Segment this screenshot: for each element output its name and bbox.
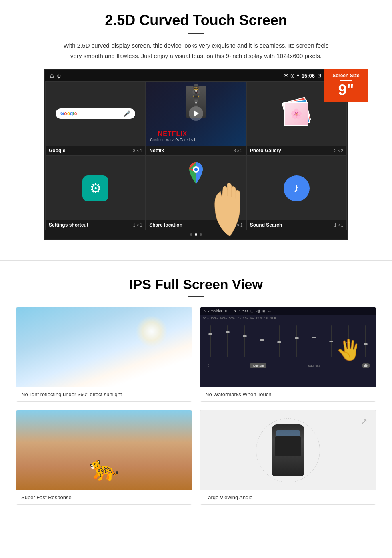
car-image: ↗ [200,410,376,490]
dot-3[interactable] [200,233,202,236]
netflix-bg: 🕴 NETFLIX Continue Marvel's Daredevil [146,82,246,146]
status-time: 15:06 [302,73,315,79]
sun-glow [136,315,168,347]
netflix-app-cell[interactable]: 🕴 NETFLIX Continue Marvel's Daredevil [146,81,246,156]
eq-hand-icon: 🖐 [336,338,361,361]
eq-slider-10 [365,325,366,357]
netflix-cell-top: 🕴 NETFLIX Continue Marvel's Daredevil [146,82,246,146]
eq-footer: 《 Custom loudness ⬤ [203,361,373,370]
pagination-dots [45,230,347,239]
google-mic-icon[interactable]: 🎤 [124,110,130,117]
usb-icon: ψ [57,73,61,79]
google-app-size: 3 × 1 [133,149,142,153]
photo-app-size: 2 × 2 [334,149,343,153]
image-grid: No light reflecting under 360° direct su… [16,307,376,505]
settings-app-cell[interactable]: ⚙ Settings shortcut 1 × 1 [45,156,146,230]
share-location-cell[interactable]: Share location 1 × 1 [146,156,246,230]
car-card: ↗ Large Viewing Angle [200,410,376,505]
home-icon[interactable]: ⌂ [50,72,54,79]
wifi-icon: ▾ [297,73,299,78]
eq-loudness-label: loudness [308,364,320,367]
eq-thumb-6 [295,337,299,339]
eq-header: ⌂ Amplifier ≡ ··· ▾ 17:33 ⊡ ◁) ⊠ ▭ [200,307,376,315]
sound-search-cell[interactable]: ♪ Sound Search 1 × 1 [246,156,347,230]
settings-label-bar: Settings shortcut 1 × 1 [46,220,145,230]
sky-image [16,307,192,387]
eq-thumb-5 [277,341,281,343]
section-divider [0,260,392,261]
sound-app-name: Sound Search [250,222,282,228]
eq-slider-7 [314,325,314,357]
svg-point-1 [194,168,198,171]
netflix-brand: NETFLIX [150,130,195,138]
maps-svg-icon [186,162,206,186]
eq-vol-icon: ◁) [256,309,260,313]
eq-menu-icon: ≡ [224,309,226,313]
cheetah-image: 🐆 [16,410,192,490]
badge-size: 9" [330,82,362,98]
badge-title: Screen Size [330,73,362,78]
eq-sliders-container: 🖐 [203,321,373,361]
section-curved-screen: 2.5D Curved Touch Screen With 2.5D curve… [0,0,392,248]
dot-2[interactable] [195,233,197,236]
eq-custom-btn[interactable]: Custom [250,363,266,368]
photo-flower: 🌸 [284,102,308,126]
sky-card: No light reflecting under 360° direct su… [16,307,192,402]
section1-divider [188,33,204,34]
car-roof [275,436,301,456]
google-logo: Google [60,111,77,116]
netflix-app-size: 3 × 2 [234,149,243,153]
sound-icon-container: ♪ [284,175,310,201]
car-top-view [272,424,304,476]
eq-slider-4 [262,325,262,357]
eq-cam-icon: ⊡ [250,309,254,313]
netflix-play-button[interactable] [189,106,203,121]
eq-thumb-8 [329,341,333,342]
pointing-hand-svg [206,172,254,236]
google-app-cell[interactable]: Google 🎤 Google 3 × 1 [45,81,146,156]
sky-caption: No light reflecting under 360° direct su… [16,387,192,401]
section2-divider [188,296,204,297]
netflix-label: NETFLIX Continue Marvel's Daredevil [150,130,195,142]
car-caption: Large Viewing Angle [200,490,376,504]
camera-icon: ⊡ [317,73,321,78]
screen-size-badge: Screen Size 9" [324,69,368,102]
settings-cell-top: ⚙ [46,156,145,220]
settings-icon-container: ⚙ [82,175,108,201]
eq-toggle[interactable]: ⬤ [362,363,370,368]
eq-slider-2 [227,325,228,357]
status-bar: ⌂ ψ ✱ ◎ ▾ 15:06 ⊡ ◁) ⊠ ▭ [45,70,347,81]
eq-wifi-icon: ▾ [234,309,236,313]
eq-home-icon: ⌂ [204,309,206,313]
google-cell-top: Google 🎤 [46,82,145,146]
android-screen: ⌂ ψ ✱ ◎ ▾ 15:06 ⊡ ◁) ⊠ ▭ [44,69,348,240]
netflix-app-name: Netflix [149,148,164,153]
photo-stack: 🌸 [282,100,310,128]
settings-app-size: 1 × 1 [133,223,142,227]
settings-bg: ⚙ [46,156,145,220]
car-body [272,424,304,476]
sound-bg: ♪ [247,156,346,220]
car-arrow-icon: ↗ [361,416,368,426]
eq-thumb-3 [243,335,247,337]
google-bg: Google 🎤 [46,82,145,146]
eq-amplifier-label: Amplifier [208,309,222,313]
eq-screen: ⌂ Amplifier ≡ ··· ▾ 17:33 ⊡ ◁) ⊠ ▭ 60hz1… [200,307,376,387]
eq-thumb-7 [312,337,316,338]
eq-prev-icon: 《 [206,363,209,368]
dot-1[interactable] [190,233,192,236]
sound-cell-top: ♪ [247,156,346,220]
google-search-bar[interactable]: Google 🎤 [56,108,135,119]
section2-title: IPS Full Screen View [16,277,376,292]
maps-icon-container [186,162,206,188]
settings-gear-icon: ⚙ [90,180,102,196]
eq-slider-3 [244,325,245,357]
google-label: Google 3 × 1 [46,146,145,155]
eq-slider-1 [210,325,211,357]
sound-label-bar: Sound Search 1 × 1 [247,220,346,230]
share-app-name: Share location [149,222,182,228]
netflix-label-bar: Netflix 3 × 2 [146,146,246,155]
location-icon: ◎ [290,73,294,78]
eq-caption: No Watermarks When Touch [200,387,376,401]
app-grid-row2: ⚙ Settings shortcut 1 × 1 [45,156,347,230]
